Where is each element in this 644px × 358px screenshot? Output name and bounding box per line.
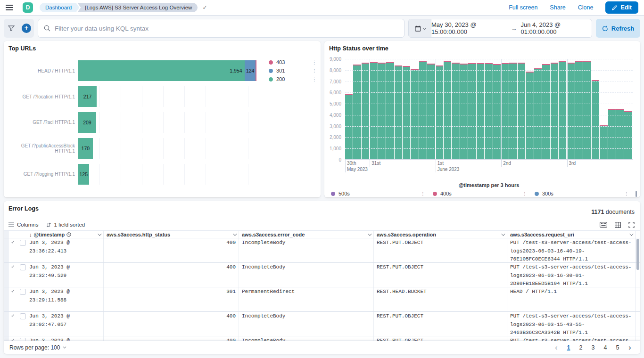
next-page-button[interactable]: › [625,343,635,352]
x-gridline [501,59,502,159]
status-bar[interactable] [403,66,410,159]
full-screen-button[interactable]: Full screen [509,4,537,11]
bar-200s-segment [526,73,533,159]
x-tick-label: 30thMay 2023 [345,159,368,172]
legend-item-200[interactable]: 200⋮ [269,75,317,83]
column-menu-chevron-icon[interactable] [501,232,505,236]
status-bar[interactable] [600,125,607,159]
column-header-request_uri[interactable]: aws.s3access.request_uri [507,231,636,238]
breadcrumb-page-title[interactable]: [Logs AWS] S3 Server Access Log Overview [77,3,198,12]
status-bar[interactable] [370,62,377,159]
sort-fields-button[interactable]: 1 field sorted [47,222,85,228]
row-checkbox[interactable] [20,240,26,246]
status-bar[interactable] [452,63,459,159]
column-header-error_code[interactable]: aws.s3access.error_code [239,231,374,238]
column-menu-chevron-icon[interactable] [368,232,372,236]
status-bar[interactable] [444,61,451,159]
row-checkbox[interactable] [20,264,26,270]
page-button-3[interactable]: 3 [588,343,598,352]
status-bar[interactable] [419,61,427,159]
status-bar[interactable] [468,63,476,159]
add-filter-button[interactable]: + [19,19,34,38]
share-button[interactable]: Share [550,4,565,11]
page-button-1[interactable]: 1 [564,343,573,352]
space-avatar[interactable]: D [23,2,33,13]
clone-button[interactable]: Clone [578,4,594,11]
status-bar[interactable] [436,65,443,159]
calendar-dropdown-button[interactable] [409,19,431,37]
bar-segment-403[interactable] [256,60,256,81]
legend-menu-icon[interactable]: ⋮ [624,191,629,196]
status-bar[interactable] [575,61,583,159]
legend-item-500s[interactable]: 500s⋮ [327,191,429,196]
column-menu-chevron-icon[interactable] [629,232,633,236]
grid-view-icon[interactable] [615,222,621,228]
expand-row-button[interactable] [8,238,17,262]
row-checkbox[interactable] [20,313,26,319]
fullscreen-icon[interactable] [628,222,635,228]
status-bar[interactable] [608,109,616,159]
page-button-2[interactable]: 2 [576,343,586,352]
status-bar[interactable] [485,63,492,159]
legend-item-300s[interactable]: 300s⋮ [531,191,633,196]
x-gridline [436,59,436,159]
date-range-end[interactable]: Jun 4, 2023 @ 01:00:00.000 [520,21,592,35]
bar-200s-segment [509,64,517,159]
status-bar[interactable] [616,109,624,159]
status-bar[interactable] [551,63,558,159]
column-menu-chevron-icon[interactable] [233,232,237,236]
legend-menu-icon[interactable]: ⋮ [522,191,527,196]
table-scrollbar[interactable] [636,239,639,270]
legend-item-400s[interactable]: 400s⋮ [429,191,531,196]
edit-button[interactable]: Edit [605,1,638,14]
status-bar[interactable] [583,61,591,159]
column-header-http_status[interactable]: aws.s3access.http_status [104,231,239,238]
legend-scrollbar[interactable] [636,191,637,197]
columns-button[interactable]: Columns [8,222,38,228]
page-button-5[interactable]: 5 [613,343,622,352]
status-bar[interactable] [534,68,542,159]
column-menu-chevron-icon[interactable] [98,232,101,236]
bar-200s-segment [460,65,468,159]
menu-icon[interactable] [6,5,13,10]
status-bar[interactable] [542,64,550,159]
breadcrumb-dashboard[interactable]: Dashboard [40,3,79,12]
keyboard-icon[interactable] [600,222,607,228]
status-bar[interactable] [501,63,509,159]
date-range-start[interactable]: May 30, 2023 @ 15:00:00.000 [431,21,507,35]
status-bar[interactable] [624,111,632,159]
kql-search-input[interactable] [55,25,398,32]
status-bar[interactable] [460,64,468,159]
status-bar[interactable] [477,63,484,159]
status-bar[interactable] [386,62,394,159]
row-checkbox[interactable] [20,289,26,295]
cell-ts: Jun 3, 2023 @ 23:02:47.057 [26,312,104,336]
status-bar[interactable] [378,63,386,159]
status-bar[interactable] [427,64,435,159]
status-bar[interactable] [493,64,501,159]
status-bar[interactable] [353,65,361,159]
status-bar[interactable] [567,63,574,159]
status-bar[interactable] [592,80,599,159]
expand-row-button[interactable] [8,312,17,336]
column-header-timestamp[interactable]: ↓@timestamp [26,231,104,238]
rows-per-page-button[interactable]: Rows per page: 100 [9,344,65,351]
status-bar[interactable] [411,69,418,159]
filter-funnel-icon[interactable] [4,19,19,38]
status-bar[interactable] [518,63,525,159]
expand-row-button[interactable] [8,287,17,311]
page-button-4[interactable]: 4 [601,343,610,352]
refresh-button[interactable]: Refresh [596,19,640,38]
status-bar[interactable] [559,61,566,159]
status-bar[interactable] [509,63,517,159]
legend-item-301[interactable]: 301⋮ [269,66,317,75]
prev-page-button[interactable]: ‹ [552,343,561,352]
check-icon[interactable]: ✓ [202,4,207,11]
legend-item-403[interactable]: 403⋮ [269,58,317,66]
cell-op: REST.HEAD.BUCKET [374,287,507,311]
legend-menu-icon[interactable]: ⋮ [421,191,425,196]
expand-row-button[interactable] [8,263,17,287]
status-bar[interactable] [395,65,402,159]
column-header-operation[interactable]: aws.s3access.operation [374,231,507,238]
status-bar[interactable] [362,63,369,159]
